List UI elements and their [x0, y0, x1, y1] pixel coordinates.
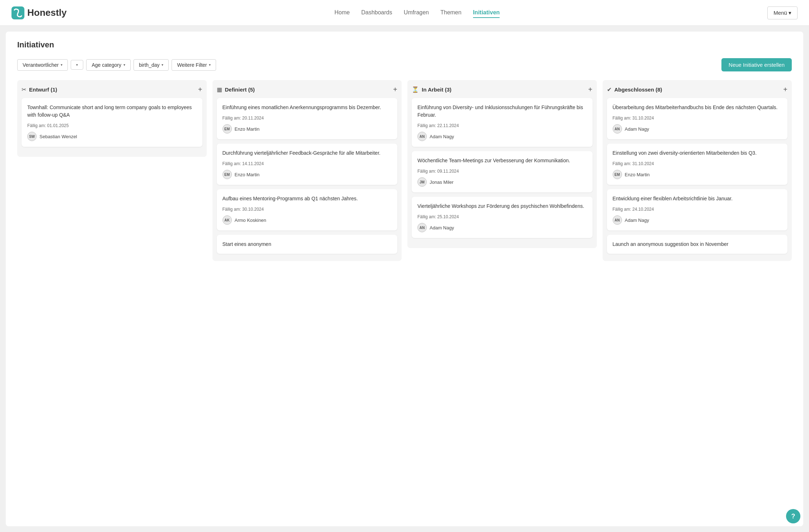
- main-nav: Home Dashboards Umfragen Themen Initiati…: [81, 8, 753, 18]
- card-title: Vierteljährliche Workshops zur Förderung…: [417, 202, 587, 210]
- card-assignee: AN Adam Nagy: [613, 124, 782, 134]
- column-title-wrap: ▦ Definiert (5): [217, 86, 255, 93]
- card-partial-abgeschlossen: Launch an anonymous suggestion box in No…: [607, 235, 788, 254]
- avatar: EM: [223, 170, 232, 179]
- card-assignee: JM Jonas Miler: [417, 177, 587, 187]
- card-title: Entwicklung einer flexiblen Arbeitsricht…: [613, 195, 782, 202]
- avatar: JM: [417, 177, 427, 187]
- card-assignee: AN Adam Nagy: [417, 223, 587, 232]
- card-due: Fällig am: 24.10.2024: [613, 207, 782, 212]
- card-title: Einführung eines monatlichen Anerkennung…: [223, 104, 392, 111]
- assignee-name: Sebastian Wenzel: [39, 134, 77, 139]
- card-abgeschlossen-2[interactable]: Entwicklung einer flexiblen Arbeitsricht…: [607, 189, 788, 230]
- card-title: Einführung von Diversity- und Inklusions…: [417, 104, 587, 119]
- card-abgeschlossen-0[interactable]: Überarbeitung des Mitarbeiterhandbuchs b…: [607, 98, 788, 139]
- assignee-name: Enzo Martin: [235, 126, 259, 132]
- column-header-entwurf: ✂ Entwurf (1) +: [22, 86, 202, 93]
- nav-home[interactable]: Home: [335, 8, 350, 18]
- help-button[interactable]: ?: [786, 509, 800, 523]
- assignee-name: Adam Nagy: [625, 126, 649, 132]
- column-add-button-definiert[interactable]: +: [393, 86, 397, 93]
- logo-icon: [11, 6, 24, 19]
- card-title: Townhall: Communicate short and long ter…: [27, 104, 197, 119]
- card-due: Fällig am: 22.11.2024: [417, 123, 587, 128]
- nav-umfragen[interactable]: Umfragen: [404, 8, 429, 18]
- card-due: Fällig am: 31.10.2024: [613, 161, 782, 166]
- column-icon-entwurf: ✂: [22, 86, 26, 93]
- filter-extra[interactable]: ▾: [71, 60, 83, 70]
- assignee-name: Enzo Martin: [625, 172, 650, 177]
- nav-themen[interactable]: Themen: [440, 8, 462, 18]
- caret-icon-2: ▾: [123, 63, 125, 67]
- card-title: Wöchentliche Team-Meetings zur Verbesser…: [417, 157, 587, 164]
- column-add-button-abgeschlossen[interactable]: +: [783, 86, 787, 93]
- card-entwurf-0[interactable]: Townhall: Communicate short and long ter…: [22, 98, 202, 147]
- card-in-arbeit-1[interactable]: Wöchentliche Team-Meetings zur Verbesser…: [412, 151, 593, 192]
- column-title-wrap: ⏳ In Arbeit (3): [412, 86, 452, 93]
- filter-bar: Verantwortlicher ▾ ▾ Age category ▾ birt…: [17, 58, 792, 71]
- card-due: Fällig am: 01.01.2025: [27, 123, 197, 128]
- card-assignee: EM Enzo Martin: [223, 124, 392, 134]
- column-header-abgeschlossen: ✔ Abgeschlossen (8) +: [607, 86, 788, 93]
- column-header-in-arbeit: ⏳ In Arbeit (3) +: [412, 86, 593, 93]
- card-partial-definiert: Start eines anonymen: [217, 235, 398, 254]
- assignee-name: Adam Nagy: [430, 225, 454, 230]
- avatar: EM: [613, 170, 622, 179]
- avatar: AN: [417, 223, 427, 232]
- filter-weitere[interactable]: Weitere Filter ▾: [172, 59, 216, 71]
- column-title-abgeschlossen: Abgeschlossen (8): [614, 87, 662, 93]
- nav-initiativen[interactable]: Initiativen: [473, 8, 500, 18]
- card-due: Fällig am: 30.10.2024: [223, 207, 392, 212]
- menu-button[interactable]: Menü ▾: [767, 6, 798, 19]
- avatar: AN: [417, 132, 427, 141]
- card-assignee: SW Sebastian Wenzel: [27, 132, 197, 141]
- card-assignee: AK Armo Koskinen: [223, 215, 392, 225]
- card-definiert-0[interactable]: Einführung eines monatlichen Anerkennung…: [217, 98, 398, 139]
- card-due: Fällig am: 25.10.2024: [417, 214, 587, 219]
- column-title-wrap: ✂ Entwurf (1): [22, 86, 57, 93]
- card-title: Einstellung von zwei diversity-orientier…: [613, 149, 782, 157]
- main-content: Initiativen Verantwortlicher ▾ ▾ Age cat…: [6, 32, 803, 526]
- card-title: Überarbeitung des Mitarbeiterhandbuchs b…: [613, 104, 782, 111]
- column-title-entwurf: Entwurf (1): [29, 87, 57, 93]
- nav-dashboards[interactable]: Dashboards: [361, 8, 392, 18]
- page-title: Initiativen: [17, 40, 792, 50]
- column-abgeschlossen: ✔ Abgeschlossen (8) + Überarbeitung des …: [603, 80, 792, 261]
- card-assignee: EM Enzo Martin: [223, 170, 392, 179]
- card-assignee: AN Adam Nagy: [613, 215, 782, 225]
- kanban-board: ✂ Entwurf (1) + Townhall: Communicate sh…: [17, 80, 792, 261]
- card-title-partial: Launch an anonymous suggestion box in No…: [613, 241, 782, 248]
- column-add-button-in-arbeit[interactable]: +: [588, 86, 593, 93]
- card-in-arbeit-2[interactable]: Vierteljährliche Workshops zur Förderung…: [412, 197, 593, 238]
- app-name: Honestly: [27, 7, 67, 18]
- avatar: AN: [613, 215, 622, 225]
- column-add-button-entwurf[interactable]: +: [198, 86, 202, 93]
- caret-icon: ▾: [61, 63, 62, 67]
- column-icon-definiert: ▦: [217, 86, 222, 93]
- filter-verantwortlicher[interactable]: Verantwortlicher ▾: [17, 59, 68, 71]
- logo[interactable]: Honestly: [11, 6, 67, 19]
- header: Honestly Home Dashboards Umfragen Themen…: [0, 0, 809, 26]
- card-abgeschlossen-1[interactable]: Einstellung von zwei diversity-orientier…: [607, 144, 788, 185]
- caret-icon-3: ▾: [162, 63, 163, 67]
- column-header-definiert: ▦ Definiert (5) +: [217, 86, 398, 93]
- column-definiert: ▦ Definiert (5) + Einführung eines monat…: [212, 80, 402, 261]
- filter-birth-day[interactable]: birth_day ▾: [134, 59, 169, 71]
- assignee-name: Adam Nagy: [430, 134, 454, 139]
- card-title: Durchführung vierteljährlicher Feedback-…: [223, 149, 392, 157]
- new-initiative-button[interactable]: Neue Initiative erstellen: [721, 58, 792, 71]
- card-title-partial: Start eines anonymen: [223, 241, 392, 248]
- assignee-name: Adam Nagy: [625, 218, 649, 223]
- card-assignee: AN Adam Nagy: [417, 132, 587, 141]
- card-definiert-2[interactable]: Aufbau eines Mentoring-Programms ab Q1 n…: [217, 189, 398, 230]
- card-due: Fällig am: 14.11.2024: [223, 161, 392, 166]
- avatar: SW: [27, 132, 37, 141]
- card-in-arbeit-0[interactable]: Einführung von Diversity- und Inklusions…: [412, 98, 593, 147]
- column-title-wrap: ✔ Abgeschlossen (8): [607, 86, 662, 93]
- card-definiert-1[interactable]: Durchführung vierteljährlicher Feedback-…: [217, 144, 398, 185]
- column-entwurf: ✂ Entwurf (1) + Townhall: Communicate sh…: [17, 80, 207, 157]
- avatar: EM: [223, 124, 232, 134]
- card-due: Fällig am: 09.11.2024: [417, 169, 587, 174]
- filter-age-category[interactable]: Age category ▾: [86, 59, 131, 71]
- avatar: AK: [223, 215, 232, 225]
